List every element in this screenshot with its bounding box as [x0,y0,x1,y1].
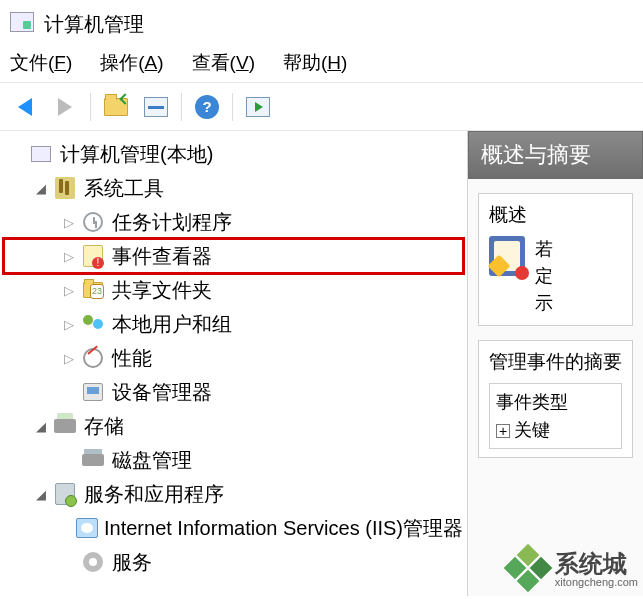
tree-label: 任务计划程序 [112,207,232,237]
toolbar: ? [0,83,643,131]
tree-local-users[interactable]: 本地用户和组 [4,307,463,341]
tree-label: 性能 [112,343,152,373]
system-tools-icon [52,175,78,201]
clock-icon [80,209,106,235]
action-pane-icon [246,97,270,117]
properties-button[interactable] [139,90,173,124]
content-area: 计算机管理(本地) 系统工具 任务计划程序 事件查看器 共享文件夹 [0,131,643,596]
admin-events-section: 管理事件的摘要 事件类型 +关键 [478,340,633,458]
overview-section: 概述 若 定 示 [478,193,633,326]
chevron-right-icon[interactable] [60,348,78,369]
tree-device-manager[interactable]: 设备管理器 [4,375,463,409]
menu-view[interactable]: 查看(V) [192,50,255,76]
tree-task-scheduler[interactable]: 任务计划程序 [4,205,463,239]
performance-icon [80,345,106,371]
tree-system-tools[interactable]: 系统工具 [4,171,463,205]
users-icon [80,311,106,337]
chevron-right-icon[interactable] [60,212,78,233]
show-action-pane-button[interactable] [241,90,275,124]
forward-button[interactable] [48,90,82,124]
tree-performance[interactable]: 性能 [4,341,463,375]
up-folder-button[interactable] [99,90,133,124]
tree-label: 设备管理器 [112,377,212,407]
computer-management-icon [28,141,54,167]
services-apps-icon [52,481,78,507]
tree-disk-management[interactable]: 磁盘管理 [4,443,463,477]
tree-iis[interactable]: Internet Information Services (IIS)管理器 [4,511,463,545]
mmc-app-icon [10,12,34,36]
event-viewer-icon [80,243,106,269]
disk-management-icon [80,447,106,473]
event-log-book-icon [489,236,525,276]
tree-root[interactable]: 计算机管理(本地) [4,137,463,171]
chevron-right-icon[interactable] [60,246,78,267]
chevron-right-icon[interactable] [60,314,78,335]
menubar: 文件(F) 操作(A) 查看(V) 帮助(H) [0,46,643,83]
tree-label: Internet Information Services (IIS)管理器 [104,513,463,543]
menu-help[interactable]: 帮助(H) [283,50,347,76]
device-manager-icon [80,379,106,405]
window-title: 计算机管理 [44,11,144,38]
tree-label: 系统工具 [84,173,164,203]
tree-services[interactable]: 服务 [4,545,463,579]
chevron-down-icon[interactable] [32,416,50,437]
forward-icon [58,98,72,116]
tree-label: 服务 [112,547,152,577]
tree-services-apps[interactable]: 服务和应用程序 [4,477,463,511]
back-button[interactable] [8,90,42,124]
menu-action[interactable]: 操作(A) [100,50,163,76]
admin-events-title: 管理事件的摘要 [489,349,622,375]
tree-shared-folders[interactable]: 共享文件夹 [4,273,463,307]
help-button[interactable]: ? [190,90,224,124]
folder-up-icon [104,98,128,116]
back-icon [18,98,32,116]
tree-label: 事件查看器 [112,241,212,271]
gear-icon [80,549,106,575]
shared-folders-icon [80,277,106,303]
detail-pane: 概述与摘要 概述 若 定 示 管理事件的摘要 事件类型 +关键 [468,131,643,596]
toolbar-separator [232,93,233,121]
tree-pane: 计算机管理(本地) 系统工具 任务计划程序 事件查看器 共享文件夹 [0,131,468,596]
toolbar-separator [90,93,91,121]
tree-label: 服务和应用程序 [84,479,224,509]
overview-text: 若 定 示 [535,236,553,317]
properties-icon [144,97,168,117]
tree-label: 磁盘管理 [112,445,192,475]
expand-icon[interactable]: + [496,424,510,438]
event-type-header: 事件类型 [496,390,615,414]
storage-icon [52,413,78,439]
detail-header: 概述与摘要 [468,131,643,179]
tree-label: 本地用户和组 [112,309,232,339]
help-icon: ? [195,95,219,119]
tree-event-viewer[interactable]: 事件查看器 [4,239,463,273]
tree-label: 存储 [84,411,124,441]
titlebar: 计算机管理 [0,0,643,46]
tree: 计算机管理(本地) 系统工具 任务计划程序 事件查看器 共享文件夹 [4,137,463,579]
iis-icon [76,515,98,541]
chevron-down-icon[interactable] [32,178,50,199]
tree-storage[interactable]: 存储 [4,409,463,443]
chevron-right-icon[interactable] [60,280,78,301]
tree-root-label: 计算机管理(本地) [60,139,213,169]
menu-file[interactable]: 文件(F) [10,50,72,76]
overview-title: 概述 [489,202,622,228]
chevron-down-icon[interactable] [32,484,50,505]
event-row-critical[interactable]: +关键 [496,418,615,442]
tree-label: 共享文件夹 [112,275,212,305]
toolbar-separator [181,93,182,121]
